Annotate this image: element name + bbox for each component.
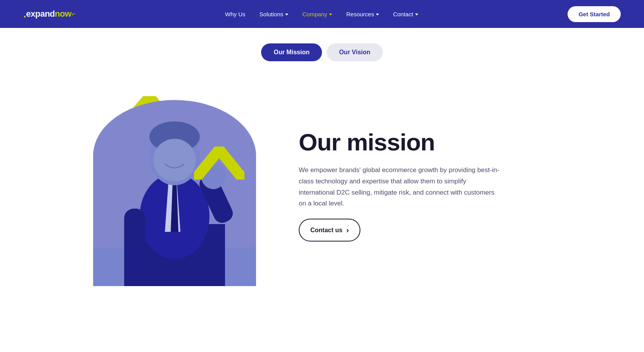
mission-title: Our mission (299, 129, 563, 155)
resources-chevron-icon (376, 14, 379, 16)
hero-section: Our mission We empower brands' global ec… (50, 85, 594, 286)
mission-description: We empower brands' global ecommerce grow… (299, 165, 500, 210)
solutions-chevron-icon (285, 14, 288, 16)
nav-why-us[interactable]: Why Us (225, 11, 246, 17)
get-started-button[interactable]: Get Started (568, 6, 621, 22)
nav-company[interactable]: Company (302, 11, 332, 17)
company-chevron-icon (329, 14, 332, 16)
nav-links: Why Us Solutions Company Resources Conta… (225, 11, 418, 17)
nav-resources[interactable]: Resources (346, 11, 379, 17)
chevron-small-icon (194, 147, 244, 179)
logo[interactable]: .expandnow⌐ (23, 8, 76, 20)
contact-chevron-icon (415, 14, 418, 16)
contact-btn-arrow-icon: › (346, 226, 349, 235)
hero-person-image (93, 100, 256, 286)
tabs-row: Our Mission Our Vision (261, 43, 383, 61)
tab-vision[interactable]: Our Vision (327, 43, 383, 61)
navbar: .expandnow⌐ Why Us Solutions Company Res… (0, 0, 644, 28)
main-content: Our Mission Our Vision (0, 28, 644, 352)
hero-text-area: Our mission We empower brands' global ec… (299, 129, 563, 242)
logo-bracket: ⌐ (72, 10, 76, 18)
logo-expand: expand (26, 9, 55, 19)
contact-us-button[interactable]: Contact us › (299, 219, 360, 242)
nav-contact[interactable]: Contact (393, 11, 418, 17)
hero-image-area (81, 85, 268, 286)
logo-now: now (55, 9, 71, 19)
logo-dot: . (23, 8, 26, 20)
contact-btn-label: Contact us (310, 227, 343, 234)
nav-solutions[interactable]: Solutions (260, 11, 289, 17)
person-svg (93, 100, 256, 286)
tab-mission[interactable]: Our Mission (261, 43, 322, 61)
svg-rect-15 (93, 100, 256, 286)
chevron-small-decoration (194, 147, 244, 181)
